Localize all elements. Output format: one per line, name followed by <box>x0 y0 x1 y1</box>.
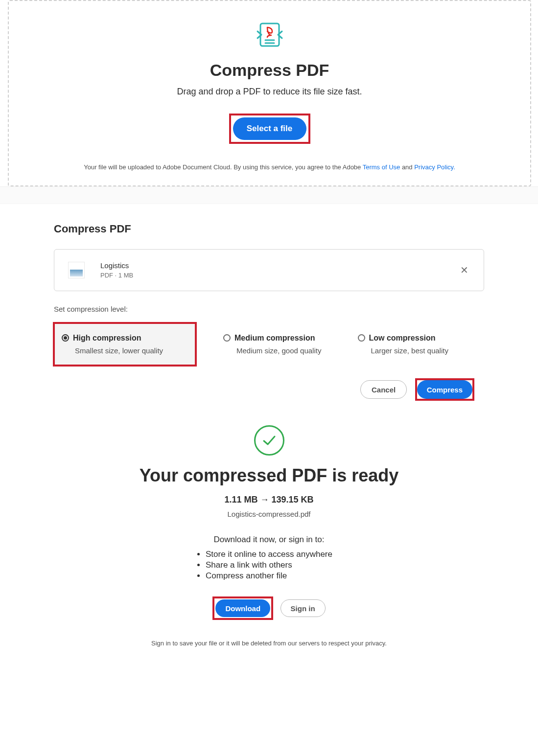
option-title: High compression <box>73 334 141 342</box>
list-item: Store it online to access anywhere <box>206 550 332 559</box>
settings-heading: Compress PDF <box>54 223 484 235</box>
option-low-compression[interactable]: Low compression Larger size, best qualit… <box>350 323 485 366</box>
compress-button[interactable]: Compress <box>417 380 472 399</box>
download-button-highlight: Download <box>212 596 273 620</box>
legal-text-mid: and <box>400 163 414 171</box>
selected-file-card: Logistics PDF · 1 MB ✕ <box>54 249 484 291</box>
settings-actions: Cancel Compress <box>54 373 484 401</box>
output-filename: Logistics-compressed.pdf <box>10 510 528 518</box>
select-file-button[interactable]: Select a file <box>233 117 306 140</box>
option-subtitle: Larger size, best quality <box>371 346 477 355</box>
option-high-compression[interactable]: High compression Smallest size, lower qu… <box>54 323 196 366</box>
download-button[interactable]: Download <box>215 599 270 617</box>
compression-settings-panel: Compress PDF Logistics PDF · 1 MB ✕ Set … <box>0 204 538 406</box>
option-title: Low compression <box>369 334 436 342</box>
option-title: Medium compression <box>234 334 315 342</box>
pdf-compress-icon <box>256 21 284 51</box>
ready-title: Your compressed PDF is ready <box>10 465 528 486</box>
ready-legal: Sign in to save your file or it will be … <box>10 640 528 647</box>
option-medium-compression[interactable]: Medium compression Medium size, good qua… <box>215 323 350 366</box>
dropzone-legal: Your file will be uploaded to Adobe Docu… <box>19 163 520 171</box>
ready-lead: Download it now, or sign in to: <box>10 535 528 545</box>
benefits-list: Store it online to access anywhere Share… <box>206 549 332 582</box>
success-check-icon <box>254 425 284 456</box>
ready-actions: Download Sign in <box>10 596 528 620</box>
legal-text-prefix: Your file will be uploaded to Adobe Docu… <box>84 163 362 171</box>
compression-level-label: Set compression level: <box>54 305 484 313</box>
radio-icon <box>62 334 69 342</box>
radio-icon <box>358 334 365 342</box>
list-item: Share a link with others <box>206 560 332 570</box>
close-icon: ✕ <box>460 264 468 276</box>
radio-icon <box>223 334 231 342</box>
size-summary: 1.11 MB → 139.15 KB <box>10 495 528 505</box>
list-item: Compress another file <box>206 571 332 581</box>
file-meta: PDF · 1 MB <box>100 272 458 279</box>
compression-options: High compression Smallest size, lower qu… <box>54 323 484 366</box>
section-divider <box>0 186 538 204</box>
remove-file-button[interactable]: ✕ <box>458 264 470 276</box>
privacy-policy-link[interactable]: Privacy Policy. <box>414 163 455 171</box>
option-subtitle: Medium size, good quality <box>236 346 342 355</box>
dropzone-title: Compress PDF <box>19 61 520 80</box>
dropzone[interactable]: Compress PDF Drag and drop a PDF to redu… <box>8 0 531 186</box>
sign-in-button[interactable]: Sign in <box>281 599 326 617</box>
select-file-highlight: Select a file <box>229 114 310 144</box>
terms-of-use-link[interactable]: Terms of Use <box>363 163 400 171</box>
file-thumbnail <box>68 262 85 278</box>
ready-panel: Your compressed PDF is ready 1.11 MB → 1… <box>0 406 538 671</box>
compress-button-highlight: Compress <box>415 378 474 401</box>
cancel-button[interactable]: Cancel <box>360 380 407 399</box>
option-subtitle: Smallest size, lower quality <box>75 346 188 355</box>
file-name: Logistics <box>100 261 458 270</box>
dropzone-subtitle: Drag and drop a PDF to reduce its file s… <box>19 87 520 97</box>
